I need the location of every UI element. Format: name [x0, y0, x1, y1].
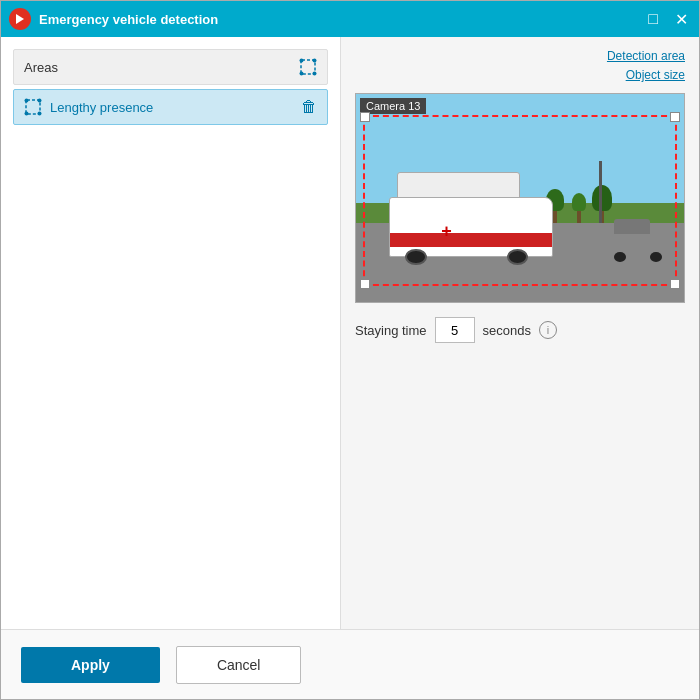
svg-point-8	[38, 99, 42, 103]
draw-area-icon[interactable]	[299, 58, 317, 76]
amb-body: +	[389, 197, 553, 256]
staying-time-input[interactable]	[435, 317, 475, 343]
staying-time-row: Staying time seconds i	[355, 317, 685, 343]
seconds-label: seconds	[483, 323, 531, 338]
info-icon[interactable]: i	[539, 321, 557, 339]
area-item-lengthy-presence[interactable]: Lengthy presence 🗑	[13, 89, 328, 125]
svg-point-7	[25, 99, 29, 103]
cancel-button[interactable]: Cancel	[176, 646, 302, 684]
svg-point-10	[38, 112, 42, 116]
car-bg	[609, 219, 668, 256]
area-item-left: Lengthy presence	[24, 98, 153, 116]
delete-area-button[interactable]: 🗑	[301, 98, 317, 116]
content-area: Areas L	[1, 37, 699, 629]
detection-area-link[interactable]: Detection area	[607, 47, 685, 66]
camera-label: Camera 13	[360, 98, 426, 114]
maximize-button[interactable]: □	[643, 9, 663, 29]
amb-cab-top	[397, 172, 520, 200]
titlebar-controls: □ ✕	[643, 9, 691, 29]
top-links: Detection area Object size	[355, 47, 685, 85]
titlebar: Emergency vehicle detection □ ✕	[1, 1, 699, 37]
amb-red-stripe	[390, 233, 552, 247]
car-wheel-right	[650, 252, 662, 262]
tree-3	[592, 185, 612, 223]
svg-point-2	[300, 59, 304, 63]
svg-point-5	[313, 72, 317, 76]
svg-point-3	[313, 59, 317, 63]
areas-header: Areas	[13, 49, 328, 85]
amb-wheel-right	[507, 249, 528, 265]
areas-header-label: Areas	[24, 60, 58, 75]
window-title: Emergency vehicle detection	[39, 12, 643, 27]
car-wheel-left	[614, 252, 626, 262]
right-panel: Detection area Object size Camera 13	[341, 37, 699, 629]
left-panel: Areas L	[1, 37, 341, 629]
svg-rect-6	[26, 100, 40, 114]
staying-time-label: Staying time	[355, 323, 427, 338]
area-item-icon	[24, 98, 42, 116]
amb-wheel-left	[405, 249, 426, 265]
svg-rect-1	[301, 60, 315, 74]
camera-scene: +	[356, 94, 684, 302]
app-icon	[9, 8, 31, 30]
close-button[interactable]: ✕	[671, 9, 691, 29]
svg-point-9	[25, 112, 29, 116]
tree-2	[572, 193, 586, 223]
object-size-link[interactable]: Object size	[626, 66, 685, 85]
main-window: Emergency vehicle detection □ ✕ Areas	[0, 0, 700, 700]
pole	[599, 161, 602, 223]
camera-view: Camera 13	[355, 93, 685, 303]
svg-marker-0	[16, 14, 24, 24]
svg-point-4	[300, 72, 304, 76]
amb-cross: +	[430, 221, 462, 241]
area-item-name: Lengthy presence	[50, 100, 153, 115]
apply-button[interactable]: Apply	[21, 647, 160, 683]
bottom-bar: Apply Cancel	[1, 629, 699, 699]
ambulance: +	[389, 178, 553, 257]
